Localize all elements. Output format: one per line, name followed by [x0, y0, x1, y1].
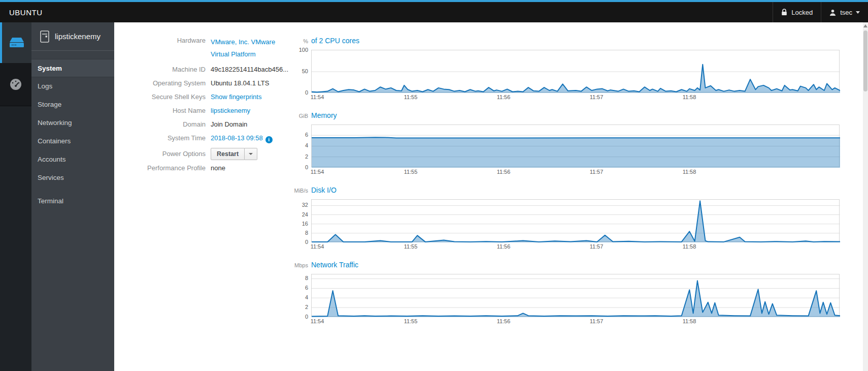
machine-strip: [0, 22, 31, 371]
y-tick-label: 4: [294, 142, 308, 148]
memory-usage-chart: GiB Memory 6420 11:5411:5511:5611:5711:5…: [294, 111, 840, 175]
x-tick-label: 11:54: [311, 169, 324, 175]
time-info-icon[interactable]: i: [265, 136, 273, 143]
sidebar: lipstickenemy System Logs Storage Networ…: [31, 22, 114, 371]
sidebar-item-accounts[interactable]: Accounts: [31, 150, 114, 169]
sidebar-item-terminal[interactable]: Terminal: [31, 192, 114, 210]
cpu-y-axis: 100500: [294, 50, 311, 92]
disk-unit-label: MiB/s: [294, 188, 311, 194]
locked-indicator[interactable]: Locked: [773, 2, 821, 22]
network-x-axis: 11:5411:5511:5611:5711:58: [311, 317, 840, 324]
performance-profile-value[interactable]: none: [211, 164, 282, 173]
y-tick-label: 0: [294, 164, 308, 170]
dashboard-gauge-icon: [9, 78, 22, 91]
sidebar-item-networking[interactable]: Networking: [31, 114, 114, 132]
os-value: Ubuntu 18.04.1 LTS: [211, 79, 282, 88]
memory-unit-label: GiB: [294, 113, 311, 119]
performance-profile-label: Performance Profile: [129, 164, 206, 173]
power-options-label: Power Options: [129, 149, 206, 159]
x-tick-label: 11:55: [404, 318, 418, 324]
hostname-label: Host Name: [129, 106, 206, 115]
x-tick-label: 11:56: [497, 318, 511, 324]
y-tick-label: 32: [294, 202, 308, 208]
scrollbar[interactable]: [863, 22, 868, 371]
ssh-keys-label: Secure Shell Keys: [129, 92, 206, 102]
brand-title: UBUNTU: [9, 8, 43, 17]
y-tick-label: 8: [294, 230, 308, 236]
join-domain-action[interactable]: Join Domain: [211, 120, 282, 129]
host-name: lipstickenemy: [55, 32, 101, 41]
hostname-link[interactable]: lipstickenemy: [211, 107, 250, 114]
sidebar-item-logs[interactable]: Logs: [31, 77, 114, 96]
x-tick-label: 11:55: [404, 243, 418, 250]
sidebar-nav: System Logs Storage Networking Container…: [31, 51, 114, 210]
server-machine-icon: [9, 37, 25, 49]
disk-chart-link[interactable]: Disk I/O: [311, 186, 337, 194]
dashboard-button[interactable]: [0, 63, 31, 106]
x-tick-label: 11:57: [590, 318, 604, 324]
restart-dropdown-button[interactable]: [245, 148, 257, 160]
charts-panel: % of 2 CPU cores 100500 11:5411:5511:561…: [282, 22, 840, 371]
sidebar-item-containers[interactable]: Containers: [31, 132, 114, 150]
chevron-down-icon: [856, 11, 860, 14]
x-tick-label: 11:57: [590, 243, 604, 250]
network-chart-link[interactable]: Network Traffic: [311, 261, 358, 269]
y-tick-label: 0: [294, 314, 308, 320]
x-tick-label: 11:57: [590, 94, 604, 100]
os-label: Operating System: [129, 79, 206, 88]
x-tick-label: 11:56: [497, 243, 511, 250]
cpu-plot-area: [311, 50, 840, 92]
y-tick-label: 6: [294, 132, 308, 138]
x-tick-label: 11:58: [683, 318, 696, 324]
sidebar-item-system[interactable]: System: [31, 59, 114, 77]
y-tick-label: 100: [294, 47, 308, 53]
machine-id-value: 49c1822514114bacb456...: [211, 65, 288, 74]
disk-x-axis: 11:5411:5511:5611:5711:58: [311, 242, 840, 250]
x-tick-label: 11:54: [311, 318, 324, 324]
memory-x-axis: 11:5411:5511:5611:5711:58: [311, 167, 840, 175]
x-tick-label: 11:58: [683, 169, 696, 175]
user-name: tsec: [840, 9, 852, 16]
y-tick-label: 0: [294, 89, 308, 96]
hardware-link[interactable]: VMware, Inc. VMware Virtual Platform: [211, 38, 275, 58]
user-icon: [829, 9, 836, 16]
memory-y-axis: 6420: [294, 125, 311, 167]
disk-io-chart: MiB/s Disk I/O 32241680 11:5411:5511:561…: [294, 186, 840, 250]
host-server-icon: [40, 30, 49, 43]
y-tick-label: 4: [294, 294, 308, 300]
y-tick-label: 2: [294, 153, 308, 160]
machine-server-button[interactable]: [0, 22, 31, 63]
disk-y-axis: 32241680: [294, 199, 311, 242]
host-selector[interactable]: lipstickenemy: [31, 22, 114, 51]
system-page: Hardware VMware, Inc. VMware Virtual Pla…: [114, 22, 863, 371]
x-tick-label: 11:58: [683, 243, 696, 250]
hardware-label: Hardware: [129, 36, 206, 60]
user-menu[interactable]: tsec: [821, 2, 868, 22]
chevron-down-icon: [249, 153, 253, 155]
x-tick-label: 11:58: [683, 94, 696, 100]
y-tick-label: 2: [294, 304, 308, 310]
cpu-chart-link[interactable]: of 2 CPU cores: [311, 37, 359, 45]
scrollbar-thumb[interactable]: [863, 30, 867, 91]
x-tick-label: 11:56: [497, 94, 511, 100]
scroll-up-arrow[interactable]: [863, 24, 867, 27]
network-y-axis: 86420: [294, 274, 311, 317]
x-tick-label: 11:54: [311, 243, 324, 250]
locked-label: Locked: [791, 9, 813, 16]
sidebar-item-services[interactable]: Services: [31, 169, 114, 187]
x-tick-label: 11:55: [404, 94, 418, 100]
y-tick-label: 50: [294, 68, 308, 74]
machine-id-label: Machine ID: [129, 65, 206, 74]
memory-plot-area: [311, 125, 840, 167]
show-fingerprints-link[interactable]: Show fingerprints: [211, 93, 261, 101]
system-time-link[interactable]: 2018-08-13 09:58: [211, 134, 263, 142]
y-tick-label: 16: [294, 221, 308, 227]
x-tick-label: 11:57: [590, 169, 604, 175]
restart-button[interactable]: Restart: [211, 148, 245, 160]
sidebar-item-storage[interactable]: Storage: [31, 96, 114, 114]
y-tick-label: 24: [294, 211, 308, 218]
cpu-unit-label: %: [294, 38, 311, 44]
memory-chart-link[interactable]: Memory: [311, 111, 337, 119]
y-tick-label: 0: [294, 239, 308, 245]
x-tick-label: 11:54: [311, 94, 324, 100]
